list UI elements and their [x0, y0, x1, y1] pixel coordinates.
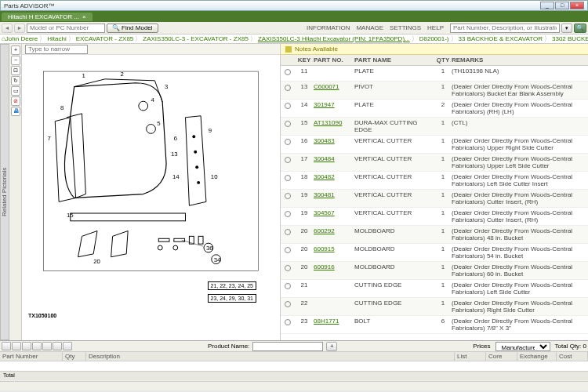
- breadcrumb-item[interactable]: D820001-): [419, 35, 449, 42]
- partno-link[interactable]: 600915: [314, 245, 335, 252]
- cart-copy-button[interactable]: [42, 342, 52, 350]
- link-information[interactable]: INFORMATION: [307, 24, 350, 31]
- partno-link[interactable]: 600916: [314, 263, 335, 270]
- callout-box-2: 23, 24, 29, 30, 31: [208, 294, 257, 303]
- partname-cell: VERTICAL CUTTER: [354, 209, 434, 223]
- link-manage[interactable]: MANAGE: [356, 24, 383, 31]
- svg-rect-8: [158, 238, 169, 241]
- find-model-button[interactable]: 🔍Find Model: [107, 24, 158, 33]
- parts-row[interactable]: 19 300481 VERTICAL CUTTER 1 (Dealer Orde…: [281, 190, 588, 208]
- breadcrumb-item[interactable]: 33 BACKHOE & EXCAVATOR: [459, 35, 543, 42]
- breadcrumb-item[interactable]: ZAXIS350LC-3 Hitachi Excavator (PIN: 1FF…: [258, 35, 410, 42]
- partno-link[interactable]: 300481: [314, 191, 335, 198]
- row-radio[interactable]: [285, 211, 291, 217]
- select-icon[interactable]: ▭: [11, 86, 20, 96]
- search-dropdown-button[interactable]: ▾: [561, 24, 572, 33]
- tab-close-icon[interactable]: ×: [82, 13, 86, 20]
- partno-link[interactable]: 300483: [314, 137, 335, 144]
- row-radio[interactable]: [285, 229, 291, 235]
- link-help[interactable]: HELP: [427, 24, 444, 31]
- cart-panel: Product Name: + Prices Manufacturer Tota…: [0, 340, 588, 381]
- row-radio[interactable]: [285, 283, 291, 289]
- row-radio[interactable]: [285, 103, 291, 109]
- key-cell: 14: [295, 101, 314, 115]
- row-radio[interactable]: [285, 301, 291, 307]
- row-radio[interactable]: [285, 139, 291, 145]
- manufacturer-select[interactable]: Manufacturer: [495, 342, 550, 351]
- parts-row[interactable]: 14 301947 PLATE 2 (Dealer Order Directly…: [281, 100, 588, 118]
- row-radio[interactable]: [285, 247, 291, 253]
- cart-new-button[interactable]: [2, 342, 11, 350]
- parts-row[interactable]: 20 600916 MOLDBOARD 1 (Dealer Order Dire…: [281, 262, 588, 280]
- window-titlebar: Parts ADVISOR™ _ □ ×: [0, 0, 588, 11]
- window-maximize-button[interactable]: □: [555, 2, 569, 9]
- nav-forward-button[interactable]: ►: [14, 24, 25, 33]
- parts-row[interactable]: 20 600915 MOLDBOARD 1 (Dealer Order Dire…: [281, 244, 588, 262]
- parts-row[interactable]: 11 PLATE 1 (TH103198 NLA): [281, 66, 588, 82]
- cart-paste-button[interactable]: [53, 342, 62, 350]
- breadcrumb-item[interactable]: John Deere: [5, 35, 38, 42]
- window-close-button[interactable]: ×: [570, 2, 584, 9]
- zoom-out-icon[interactable]: −: [11, 56, 20, 65]
- zoom-in-icon[interactable]: +: [11, 45, 20, 55]
- row-radio[interactable]: [285, 319, 291, 325]
- cart-grid-body[interactable]: [0, 361, 588, 371]
- parts-row[interactable]: 16 300483 VERTICAL CUTTER 1 (Dealer Orde…: [281, 136, 588, 154]
- cart-export-button[interactable]: [63, 342, 72, 350]
- parts-row[interactable]: 13 C600071 PIVOT 1 (Dealer Order Directl…: [281, 82, 588, 100]
- cancel-icon[interactable]: ⊘: [11, 96, 20, 106]
- breadcrumb-item[interactable]: Hitachi: [47, 35, 66, 42]
- rotate-icon[interactable]: ↻: [11, 76, 20, 85]
- window-minimize-button[interactable]: _: [540, 2, 554, 9]
- partno-link[interactable]: C600071: [314, 83, 339, 90]
- search-button[interactable]: 🔍: [574, 24, 586, 33]
- narrow-input[interactable]: [25, 45, 88, 54]
- breadcrumb-item[interactable]: EXCAVATOR - ZX85: [76, 35, 134, 42]
- parts-row[interactable]: 23 08H1771 BOLT 6 (Dealer Order Directly…: [281, 316, 588, 334]
- zoom-fit-icon[interactable]: ⊡: [11, 66, 20, 75]
- parts-row[interactable]: 20 600292 MOLDBOARD 1 (Dealer Order Dire…: [281, 226, 588, 244]
- partno-link[interactable]: AT131090: [314, 119, 342, 126]
- cart-delete-button[interactable]: [22, 342, 31, 350]
- parts-row[interactable]: 19 304567 VERTICAL CUTTER 1 (Dealer Orde…: [281, 208, 588, 226]
- print-icon[interactable]: 🖶: [11, 107, 20, 116]
- search-input[interactable]: [450, 24, 560, 33]
- partno-link[interactable]: 600292: [314, 227, 335, 234]
- related-pictorials-tab[interactable]: Related Pictorials: [0, 44, 9, 340]
- breadcrumb-item[interactable]: 3302 BUCKET WITH TEETH: [552, 35, 588, 42]
- model-input[interactable]: [27, 24, 105, 33]
- svg-rect-13: [198, 236, 203, 244]
- notes-available-bar[interactable]: Notes Available: [281, 44, 588, 55]
- row-radio[interactable]: [285, 85, 291, 91]
- partno-link[interactable]: 08H1771: [314, 318, 339, 325]
- cart-grid-header: Part Number Qty Description List Core Ex…: [0, 352, 588, 361]
- tab-excavator[interactable]: Hitachi H EXCAVATOR ... ×: [2, 13, 93, 21]
- search-icon: 🔍: [112, 24, 120, 31]
- product-add-button[interactable]: +: [326, 342, 337, 351]
- svg-point-3: [192, 135, 195, 138]
- parts-row[interactable]: 22 CUTTING EDGE 1 (Dealer Order Directly…: [281, 298, 588, 316]
- row-radio[interactable]: [285, 69, 291, 75]
- partno-cell: [314, 281, 354, 296]
- row-radio[interactable]: [285, 157, 291, 163]
- partno-link[interactable]: 300482: [314, 173, 335, 180]
- cart-add-button[interactable]: [12, 342, 21, 350]
- product-name-input[interactable]: [252, 342, 323, 351]
- row-radio[interactable]: [285, 121, 291, 127]
- row-radio[interactable]: [285, 193, 291, 199]
- parts-row[interactable]: 18 300482 VERTICAL CUTTER 1 (Dealer Orde…: [281, 172, 588, 190]
- parts-table-body[interactable]: 11 PLATE 1 (TH103198 NLA) 13 C600071 PIV…: [281, 66, 588, 340]
- nav-back-button[interactable]: ◄: [2, 24, 13, 33]
- cart-cut-button[interactable]: [32, 342, 42, 350]
- row-radio[interactable]: [285, 175, 291, 181]
- partno-link[interactable]: 304567: [314, 209, 335, 216]
- parts-row[interactable]: 21 CUTTING EDGE 1 (Dealer Order Directly…: [281, 280, 588, 298]
- row-radio[interactable]: [285, 265, 291, 271]
- partno-link[interactable]: 300484: [314, 155, 335, 162]
- link-settings[interactable]: SETTINGS: [390, 24, 421, 31]
- breadcrumb-item[interactable]: ZAXIS350LC-3 - EXCAVATOR - ZX85: [143, 35, 249, 42]
- exploded-diagram[interactable]: 123 456 789 101520 1314 36 34: [28, 61, 274, 296]
- partno-link[interactable]: 301947: [314, 101, 335, 108]
- parts-row[interactable]: 15 AT131090 DURA-MAX CUTTING EDGE 1 (CTL…: [281, 118, 588, 136]
- parts-row[interactable]: 17 300484 VERTICAL CUTTER 1 (Dealer Orde…: [281, 154, 588, 172]
